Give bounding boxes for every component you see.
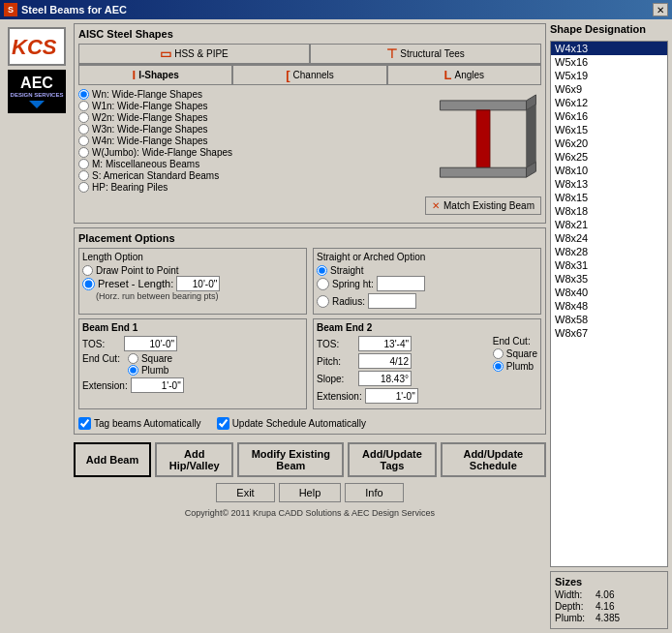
springht-input[interactable] (377, 276, 425, 291)
slope2-input[interactable] (358, 371, 412, 386)
aec-sub: DESIGN SERVICES (11, 92, 64, 99)
shape-item-w8x21[interactable]: W8x21 (551, 218, 667, 231)
shape-item-w6x15[interactable]: W6x15 (551, 123, 667, 136)
shape-item-w8x35[interactable]: W8x35 (551, 272, 667, 286)
tab-hss-pipe[interactable]: ▭ HSS & PIPE (78, 44, 310, 64)
radio-w2n: W2n: Wide-Flange Shapes (78, 112, 421, 123)
radio-w1n-input[interactable] (78, 101, 89, 111)
add-beam-button[interactable]: Add Beam (74, 442, 151, 477)
ext1-label: Extension: (82, 380, 128, 391)
shape-item-w6x12[interactable]: W6x12 (551, 96, 667, 109)
shape-item-w6x25[interactable]: W6x25 (551, 150, 667, 164)
add-update-schedule-button[interactable]: Add/Update Schedule (441, 442, 546, 477)
help-button[interactable]: Help (279, 483, 342, 502)
endcut1-square-label: Square (141, 353, 172, 364)
shape-item-w8x18[interactable]: W8x18 (551, 204, 667, 218)
shape-item-w8x58[interactable]: W8x58 (551, 313, 667, 326)
tag-checkbox-row: Tag beams Automatically (78, 417, 201, 430)
radio-w2n-input[interactable] (78, 112, 89, 123)
shape-item-w4x13[interactable]: W4x13 (551, 42, 667, 55)
exit-button[interactable]: Exit (216, 483, 274, 502)
shape-item-w5x19[interactable]: W5x19 (551, 69, 667, 82)
radio-wjumbo-input[interactable] (78, 147, 89, 158)
tab-i-shapes[interactable]: Ι I-Shapes (78, 65, 232, 85)
pitch2-input[interactable] (358, 353, 412, 369)
kcs-logo: KCS (8, 27, 66, 66)
shape-item-w6x9[interactable]: W6x9 (551, 82, 667, 96)
match-beam-button[interactable]: ✕ Match Existing Beam (425, 196, 541, 215)
size-row: Width:4.06 (555, 589, 663, 600)
tos1-input[interactable] (124, 336, 177, 351)
beam-end2-ext-row: Extension: (317, 388, 537, 404)
spring-row: Spring ht: (317, 276, 537, 291)
shape-item-w8x15[interactable]: W8x15 (551, 191, 667, 204)
shape-item-w8x40[interactable]: W8x40 (551, 286, 667, 299)
modify-beam-button[interactable]: Modify Existing Beam (237, 442, 344, 477)
endcut2-plumb-radio[interactable] (493, 361, 504, 372)
shape-item-w8x28[interactable]: W8x28 (551, 245, 667, 258)
radio-w4n-label: W4n: Wide-Flange Shapes (92, 136, 208, 146)
radio-hp-input[interactable] (78, 182, 89, 193)
preset-length-input[interactable] (176, 276, 220, 291)
aec-diamond-icon (29, 101, 45, 108)
info-button[interactable]: Info (345, 483, 403, 502)
shape-item-w8x13[interactable]: W8x13 (551, 177, 667, 191)
radio-m-label: M: Miscellaneous Beams (92, 159, 199, 169)
ext2-input[interactable] (365, 388, 418, 404)
shape-list[interactable]: W4x13W5x16W5x19W6x9W6x12W6x16W6x15W6x20W… (550, 41, 668, 567)
straight-radio[interactable] (317, 265, 327, 276)
radius-radio[interactable] (317, 295, 329, 308)
tab-angles[interactable]: L Angles (387, 65, 541, 85)
hss-icon: ▭ (160, 46, 171, 61)
radio-wn-input[interactable] (78, 89, 89, 100)
shape-item-w8x31[interactable]: W8x31 (551, 258, 667, 272)
radio-w1n-label: W1n: Wide-Flange Shapes (92, 101, 208, 111)
tab-structural-tees[interactable]: ⊤ Structural Tees (310, 44, 541, 64)
length-option-box: Length Option Draw Point to Point Preset… (78, 248, 307, 315)
exit-buttons-row: Exit Help Info (74, 483, 546, 502)
close-button[interactable]: ✕ (653, 3, 668, 16)
shape-item-w8x24[interactable]: W8x24 (551, 231, 667, 245)
springht-radio[interactable] (317, 278, 329, 290)
radius-input[interactable] (368, 293, 416, 309)
schedule-checkbox[interactable] (217, 417, 229, 430)
tos2-input[interactable] (358, 336, 412, 351)
tab-tees-label: Structural Tees (400, 48, 465, 59)
tag-checkbox[interactable] (78, 417, 91, 430)
beam-image-area: ✕ Match Existing Beam (425, 89, 541, 215)
tab-channels[interactable]: [ Channels (232, 65, 386, 85)
length-preset-radio[interactable] (82, 278, 95, 290)
bottom-action-buttons: Add Beam Add Hip/Valley Modify Existing … (74, 442, 546, 477)
straight-option: Straight (317, 265, 537, 276)
beam-end2-title: Beam End 2 (317, 322, 537, 333)
endcut1-plumb-radio[interactable] (128, 365, 138, 376)
shape-item-w8x10[interactable]: W8x10 (551, 164, 667, 177)
endcut2-square-radio[interactable] (493, 348, 504, 359)
shape-item-w8x67[interactable]: W8x67 (551, 326, 667, 340)
ibeam-svg (430, 93, 536, 189)
shape-item-w8x48[interactable]: W8x48 (551, 299, 667, 313)
shape-item-w6x20[interactable]: W6x20 (551, 136, 667, 150)
ishape-icon: Ι (133, 68, 137, 82)
radio-wjumbo-label: W(Jumbo): Wide-Flange Shapes (92, 147, 232, 158)
ext1-input[interactable] (131, 377, 184, 393)
end-cut1-square: Square (128, 353, 172, 364)
radio-m-input[interactable] (78, 159, 89, 169)
springht-label: Spring ht: (332, 279, 374, 289)
radio-s-input[interactable] (78, 170, 89, 181)
length-drawpt-label: Draw Point to Point (96, 265, 179, 276)
add-update-tags-button[interactable]: Add/Update Tags (348, 442, 436, 477)
add-hip-valley-button[interactable]: Add Hip/Valley (155, 442, 233, 477)
title-bar-title: S Steel Beams for AEC (4, 3, 127, 16)
match-beam-icon: ✕ (432, 200, 440, 211)
end2-tos-row: TOS: (317, 336, 489, 351)
match-beam-label: Match Existing Beam (443, 200, 535, 211)
radio-w4n-input[interactable] (78, 136, 89, 146)
endcut1-square-radio[interactable] (128, 353, 138, 364)
end-cut2-plumb: Plumb (493, 361, 537, 372)
shape-item-w5x16[interactable]: W5x16 (551, 55, 667, 69)
length-drawpt-radio[interactable] (82, 265, 93, 276)
radio-w3n-input[interactable] (78, 124, 89, 135)
radio-w3n-label: W3n: Wide-Flange Shapes (92, 124, 208, 135)
shape-item-w6x16[interactable]: W6x16 (551, 109, 667, 123)
